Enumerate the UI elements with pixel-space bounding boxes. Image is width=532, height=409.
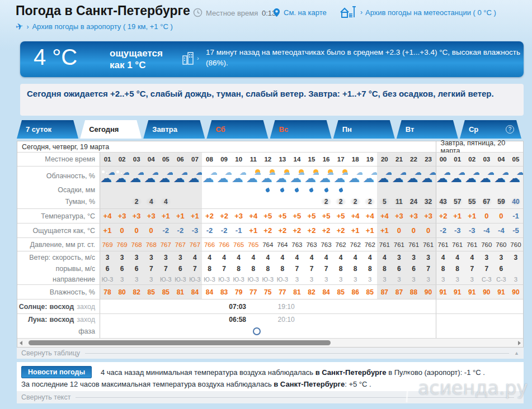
wind-speed-cell: 4 [275, 251, 290, 263]
feels-like-cell: -2 [158, 223, 173, 237]
wind-direction-cell: З [129, 274, 144, 284]
fog-value: 40 [510, 197, 521, 206]
day-sun-cloud-icon [261, 169, 275, 184]
row-label-feels-like: Ощущается как, °C [17, 223, 100, 237]
cloudiness-cell [377, 167, 392, 185]
scroll-left-arrow-icon[interactable] [20, 341, 22, 345]
feels-like-cell: -4 [479, 223, 494, 237]
temperature-cell: +5 [290, 209, 304, 223]
tomorrow-divider [436, 299, 436, 313]
tab-7-суток[interactable]: 7 суток [17, 120, 78, 139]
tab-label: 7 суток [26, 125, 51, 134]
scroll-right-arrow-icon[interactable] [518, 341, 521, 345]
sensor-report-text: 17 минут назад на метеодатчиках было в с… [206, 47, 532, 68]
fog-cell: 2 [348, 195, 362, 208]
tab-ср[interactable]: Ср? [460, 120, 521, 139]
wind-gusts-cell: 7 [479, 263, 494, 274]
night-cloud-icon [173, 169, 187, 184]
precipitation-cell [115, 185, 129, 195]
temperature-cell: +3 [144, 209, 158, 223]
news-bold-text: в Санкт-Петербурге [316, 368, 387, 377]
cloudiness-cell [173, 167, 187, 185]
wind-speed-cell: 3 [115, 251, 129, 263]
tomorrow-divider [436, 325, 436, 338]
temperature-cell: +4 [377, 209, 392, 223]
row-label-moon: Луна: восход заход [17, 314, 100, 325]
temperature-cell: +4 [362, 209, 377, 223]
row-label-cloudiness: Облачность, % [17, 167, 100, 185]
feels-like-cell: 0 [144, 223, 158, 237]
humidity-cell: 79 [232, 285, 246, 299]
wind-gusts-cell: 6 [100, 263, 115, 274]
feels-like-cell: -4 [494, 223, 509, 237]
fog-cell [115, 195, 129, 208]
cloudiness-cell [333, 167, 348, 185]
cloudiness-cell [392, 167, 406, 185]
tab-сб[interactable]: Сб [206, 120, 268, 139]
row-temperature: Температура, °C+4+3+3+3+1+1+1+2+2+3+4+5+… [17, 208, 523, 223]
row-wind-gusts: порывы, м/с6667767878888777888866788776 [17, 263, 523, 274]
local-time-cell: 02 [115, 153, 129, 166]
tab-пн[interactable]: Пн [333, 120, 395, 139]
tomorrow-divider [436, 314, 436, 325]
humidity-cell: 90 [421, 285, 436, 299]
collapse-table-bar[interactable]: Свернуть таблицу ▲ [17, 348, 524, 359]
feels-like-cell: 0 [421, 223, 436, 237]
fog-value: 5 [379, 197, 390, 206]
wind-direction-cell: З [333, 274, 348, 284]
sunset-time: 19:10 [278, 303, 295, 311]
tab-вт[interactable]: Вт [397, 120, 458, 139]
precipitation-cell [202, 185, 216, 195]
humidity-cell: 91 [436, 285, 450, 299]
pressure-cell: 764 [261, 238, 275, 251]
tab-завтра[interactable]: Завтра [143, 120, 205, 139]
local-time-cell: 09 [217, 153, 232, 166]
cloudiness-cell [479, 167, 494, 185]
weather-news-button[interactable]: Новости погоды [21, 366, 92, 378]
row-moon-phase: фаза [17, 325, 523, 338]
pressure-cell: 763 [319, 238, 333, 251]
station-archive-link[interactable]: › Архив погоды на метеостанции ( 0 °C ) [338, 4, 496, 20]
moonset-time: 20:10 [278, 316, 295, 324]
date-header-row: Сегодня, четверг, 19 марта Завтра, пятни… [17, 141, 523, 153]
wind-direction-cell: Ю-З [261, 274, 275, 284]
temperature-cell: +2 [217, 209, 232, 223]
precipitation-cell [392, 185, 406, 195]
row-moon: Луна: восход заход 06:58 20:10 [17, 313, 523, 325]
map-link[interactable]: См. на карте [273, 8, 327, 17]
airport-archive-link[interactable]: ✈ › Архив погоды в аэропорту ( 19 км, +1… [16, 21, 173, 32]
tab-сегодня[interactable]: Сегодня [80, 120, 142, 139]
humidity-cell: 91 [494, 285, 509, 299]
fog-cell: 32 [421, 195, 436, 208]
wind-speed-cell: 4 [217, 251, 232, 263]
precipitation-cell [465, 185, 479, 195]
temperature-cell: +5 [333, 209, 348, 223]
feels-like-cell: -5 [509, 223, 523, 237]
fog-value: 59 [496, 197, 507, 206]
pressure-cell: 761 [406, 238, 421, 251]
wind-direction-cell: Ю-З [158, 274, 173, 284]
wind-direction-cell: З [406, 274, 421, 284]
temperature-cell: +5 [275, 209, 290, 223]
collapse-text-bar[interactable]: Свернуть текст [17, 391, 524, 403]
cloudiness-cell [232, 167, 246, 185]
feels-like-text: ощущается как 1 °C [110, 47, 163, 71]
cloudiness-cell [275, 167, 290, 185]
humidity-cell: 84 [202, 285, 216, 299]
help-icon[interactable]: ? [506, 125, 514, 134]
tab-вс[interactable]: Вс [270, 120, 332, 139]
pressure-cell: 761 [421, 238, 436, 251]
temperature-cell: +3 [129, 209, 144, 223]
wind-speed-cell: 4 [333, 251, 348, 263]
night-cloud-icon [436, 169, 450, 184]
scrollbar-thumb[interactable] [29, 340, 331, 345]
humidity-cell: 91 [450, 285, 465, 299]
feels-like-cell: +1 [100, 223, 115, 237]
wind-speed-cell: 3 [129, 251, 144, 263]
wind-speed-cell: 4 [348, 251, 362, 263]
temperature-cell: +4 [100, 209, 115, 223]
news-bold-text: в Санкт-Петербурге [274, 380, 345, 388]
wind-gusts-cell: 8 [450, 263, 465, 274]
cloudiness-cell [509, 167, 523, 185]
precipitation-cell [509, 185, 523, 195]
